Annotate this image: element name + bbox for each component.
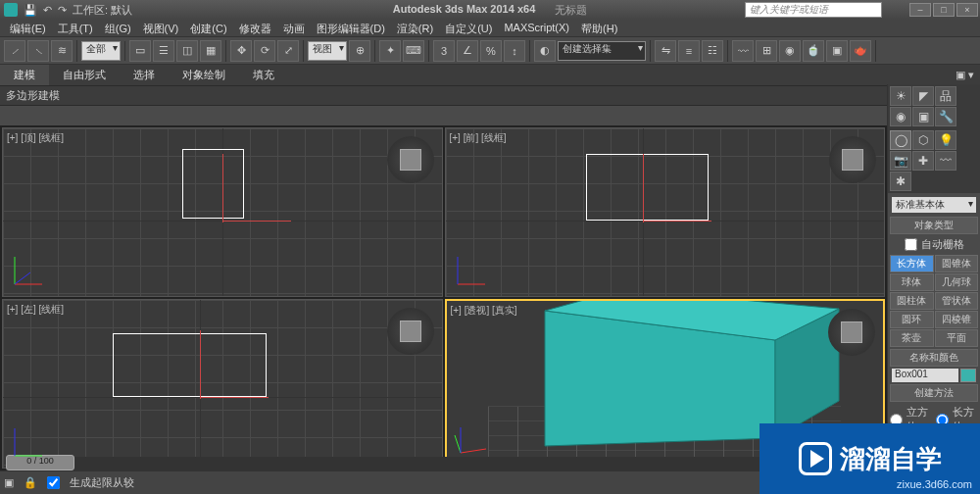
viewport-left-label[interactable]: [+] [左] [线框] xyxy=(7,303,64,317)
create-tab-icon[interactable]: ☀ xyxy=(890,86,911,106)
viewcube-left[interactable] xyxy=(387,308,434,355)
spinner-snap-icon[interactable]: ↕ xyxy=(504,40,525,62)
geometry-category[interactable]: 标准基本体 xyxy=(892,197,976,213)
tab-object-paint[interactable]: 对象绘制 xyxy=(169,65,239,85)
menu-customize[interactable]: 自定义(U) xyxy=(439,20,498,36)
display-tab-icon[interactable]: ▣ xyxy=(912,107,934,126)
search-input[interactable]: 键入关键字或短语 xyxy=(745,2,882,18)
selection-filter[interactable]: 全部 xyxy=(81,41,121,61)
viewport-left[interactable]: [+] [左] [线框] xyxy=(2,299,443,469)
menu-edit[interactable]: 编辑(E) xyxy=(4,20,52,36)
menu-group[interactable]: 组(G) xyxy=(99,20,137,36)
menu-animation[interactable]: 动画 xyxy=(277,20,311,36)
timeline[interactable]: 0 / 100 xyxy=(6,457,882,470)
viewport-front-label[interactable]: [+] [前] [线框] xyxy=(450,131,507,145)
primitive-cylinder-button[interactable]: 圆柱体 xyxy=(890,292,934,310)
render-icon[interactable]: 🫖 xyxy=(850,40,871,62)
prompt-icon[interactable]: ▣ xyxy=(4,476,14,489)
object-color-swatch[interactable] xyxy=(960,369,976,382)
tab-populate[interactable]: 填充 xyxy=(239,65,288,85)
menu-modifiers[interactable]: 修改器 xyxy=(233,20,277,36)
systems-tab-icon[interactable]: ✱ xyxy=(890,172,911,191)
rollout-create-method[interactable]: 创建方法 xyxy=(890,384,978,402)
pivot-icon[interactable]: ⊕ xyxy=(349,40,370,62)
primitive-sphere-button[interactable]: 球体 xyxy=(890,273,934,291)
minimize-button[interactable]: – xyxy=(909,3,931,17)
lights-tab-icon[interactable]: 💡 xyxy=(935,130,956,150)
menu-tools[interactable]: 工具(T) xyxy=(52,20,99,36)
maximize-button[interactable]: □ xyxy=(933,3,955,17)
scale-icon[interactable]: ⤢ xyxy=(277,40,299,62)
workspace-label[interactable]: 工作区: 默认 xyxy=(73,3,132,18)
move-icon[interactable]: ✥ xyxy=(230,40,252,62)
gen-checkbox[interactable] xyxy=(47,476,60,489)
save-icon[interactable]: 💾 xyxy=(24,4,37,17)
rotate-icon[interactable]: ⟳ xyxy=(254,40,275,62)
select-icon[interactable]: ▭ xyxy=(129,40,151,62)
material-editor-icon[interactable]: ◉ xyxy=(779,40,801,62)
utilities-tab-icon[interactable]: 🔧 xyxy=(935,107,956,126)
bind-icon[interactable]: ≋ xyxy=(51,40,73,62)
named-selection-set[interactable]: 创建选择集 xyxy=(558,41,646,61)
menu-create[interactable]: 创建(C) xyxy=(184,20,232,36)
viewcube-persp[interactable] xyxy=(828,309,875,356)
link-icon[interactable]: ⟋ xyxy=(4,40,25,62)
menu-view[interactable]: 视图(V) xyxy=(137,20,185,36)
primitive-pyramid-button[interactable]: 四棱锥 xyxy=(935,311,979,328)
viewport-top[interactable]: [+] [顶] [线框] xyxy=(2,127,443,297)
primitive-geosphere-button[interactable]: 几何球 xyxy=(935,273,979,291)
lock-icon[interactable]: 🔒 xyxy=(24,476,37,489)
select-name-icon[interactable]: ☰ xyxy=(153,40,174,62)
snap-icon[interactable]: 3 xyxy=(433,40,455,62)
primitive-cone-button[interactable]: 圆锥体 xyxy=(935,255,979,272)
motion-tab-icon[interactable]: ◉ xyxy=(890,107,911,126)
manipulate-icon[interactable]: ✦ xyxy=(379,40,401,62)
menu-graph[interactable]: 图形编辑器(D) xyxy=(311,20,391,36)
cameras-tab-icon[interactable]: 📷 xyxy=(890,151,911,171)
tab-freeform[interactable]: 自由形式 xyxy=(49,65,120,85)
menu-render[interactable]: 渲染(R) xyxy=(391,20,439,36)
primitive-box-button[interactable]: 长方体 xyxy=(890,255,934,272)
primitive-tube-button[interactable]: 管状体 xyxy=(935,292,979,310)
autogrid-checkbox[interactable] xyxy=(905,238,917,251)
ribbon-panel-label[interactable]: 多边形建模 xyxy=(6,88,60,103)
menu-maxscript[interactable]: MAXScript(X) xyxy=(498,20,575,36)
spacewarps-tab-icon[interactable]: 〰 xyxy=(935,151,956,171)
unlink-icon[interactable]: ⟍ xyxy=(27,40,49,62)
rollout-name-color[interactable]: 名称和颜色 xyxy=(890,349,978,367)
geometry-tab-icon[interactable]: ◯ xyxy=(890,130,911,150)
render-frame-icon[interactable]: ▣ xyxy=(826,40,848,62)
ribbon-expand-icon[interactable]: ▣ ▾ xyxy=(956,69,980,81)
align-icon[interactable]: ≡ xyxy=(678,40,700,62)
viewcube-front[interactable] xyxy=(829,136,876,183)
viewport-front[interactable]: [+] [前] [线框] xyxy=(445,127,886,297)
select-region-icon[interactable]: ◫ xyxy=(176,40,198,62)
viewport-persp-label[interactable]: [+] [透视] [真实] xyxy=(451,304,517,318)
primitive-teapot-button[interactable]: 茶壶 xyxy=(890,329,934,347)
primitive-plane-button[interactable]: 平面 xyxy=(935,329,979,347)
viewport-top-label[interactable]: [+] [顶] [线框] xyxy=(7,131,64,145)
redo-icon[interactable]: ↷ xyxy=(58,4,67,17)
viewcube-top[interactable] xyxy=(387,136,434,183)
window-crossing-icon[interactable]: ▦ xyxy=(200,40,221,62)
render-setup-icon[interactable]: 🍵 xyxy=(803,40,824,62)
layers-icon[interactable]: ☷ xyxy=(702,40,723,62)
hierarchy-tab-icon[interactable]: 品 xyxy=(935,86,956,106)
mirror-icon[interactable]: ⇋ xyxy=(655,40,676,62)
curve-editor-icon[interactable]: 〰 xyxy=(732,40,754,62)
menu-help[interactable]: 帮助(H) xyxy=(575,20,623,36)
primitive-torus-button[interactable]: 圆环 xyxy=(890,311,934,328)
keyboard-shortcut-icon[interactable]: ⌨ xyxy=(403,40,424,62)
close-button[interactable]: × xyxy=(956,3,978,17)
undo-icon[interactable]: ↶ xyxy=(43,4,52,17)
shapes-tab-icon[interactable]: ⬡ xyxy=(912,130,934,150)
rollout-object-type[interactable]: 对象类型 xyxy=(890,217,978,234)
schematic-icon[interactable]: ⊞ xyxy=(756,40,777,62)
named-selection-icon[interactable]: ◐ xyxy=(534,40,556,62)
helpers-tab-icon[interactable]: ✚ xyxy=(912,151,934,171)
angle-snap-icon[interactable]: ∠ xyxy=(457,40,478,62)
object-name-input[interactable]: Box001 xyxy=(892,369,958,382)
modify-tab-icon[interactable]: ◤ xyxy=(912,86,934,106)
ref-coord-system[interactable]: 视图 xyxy=(308,41,347,61)
percent-snap-icon[interactable]: % xyxy=(480,40,502,62)
